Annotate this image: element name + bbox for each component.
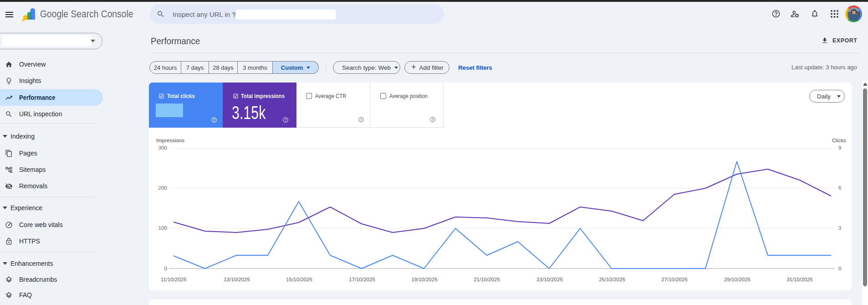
svg-text:21/10/2025: 21/10/2025 — [474, 277, 500, 282]
svg-text:27/10/2025: 27/10/2025 — [661, 277, 688, 282]
svg-text:23/10/2025: 23/10/2025 — [536, 277, 563, 282]
svg-text:15/10/2025: 15/10/2025 — [286, 277, 312, 282]
svg-text:0: 0 — [164, 266, 167, 271]
svg-text:200: 200 — [158, 185, 167, 191]
svg-text:100: 100 — [158, 225, 167, 231]
svg-text:25/10/2025: 25/10/2025 — [599, 277, 625, 282]
svg-text:17/10/2025: 17/10/2025 — [349, 277, 375, 282]
svg-text:6: 6 — [838, 185, 841, 191]
svg-text:11/10/2025: 11/10/2025 — [161, 277, 187, 282]
svg-text:300: 300 — [158, 145, 167, 150]
svg-text:Clicks: Clicks — [832, 138, 846, 143]
svg-text:0: 0 — [838, 266, 841, 271]
svg-text:3: 3 — [838, 225, 841, 231]
svg-text:19/10/2025: 19/10/2025 — [411, 277, 438, 282]
svg-text:31/10/2025: 31/10/2025 — [786, 277, 813, 282]
svg-text:29/10/2025: 29/10/2025 — [724, 277, 751, 282]
svg-text:13/10/2025: 13/10/2025 — [224, 277, 250, 282]
svg-text:Impressions: Impressions — [156, 138, 184, 143]
svg-text:9: 9 — [838, 145, 841, 150]
